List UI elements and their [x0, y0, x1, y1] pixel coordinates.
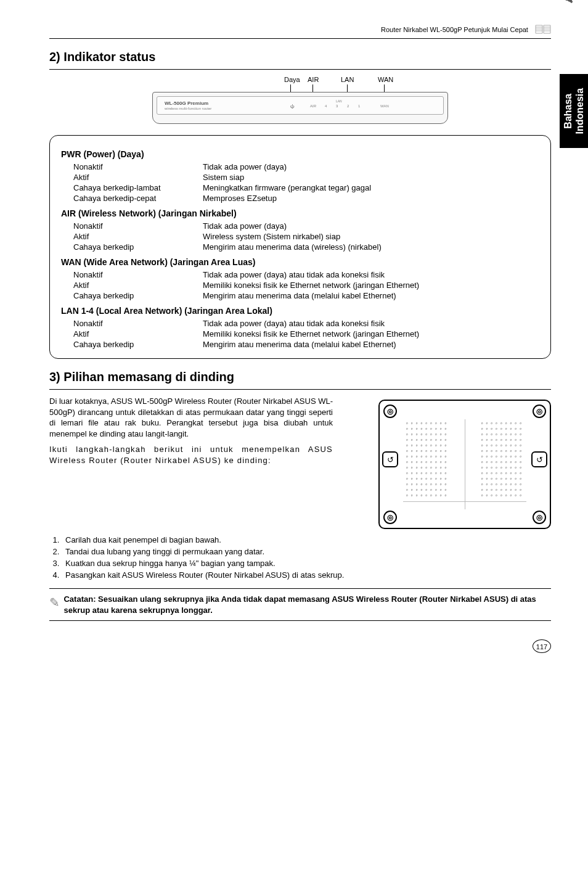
- group-wan-table: NonaktifTidak ada power (daya) atau tida…: [61, 269, 539, 301]
- wall-mount-diagram: 🔌 ◎ ◎ ◎ ◎ ↺ ↺ ∘∘∘∘∘∘∘∘∘∘∘∘∘∘∘∘∘∘∘∘∘∘∘∘∘∘…: [378, 400, 551, 529]
- note-text: Catatan: Sesuaikan ulang sekrupnya jika …: [63, 594, 551, 615]
- vent-grid: ∘∘∘∘∘∘∘∘∘∘∘∘∘∘∘∘∘∘∘∘∘∘∘∘∘∘∘∘∘∘∘∘∘∘∘∘∘∘∘∘…: [406, 421, 449, 498]
- screw-icon: ◎: [533, 511, 546, 524]
- group-pwr-heading: PWR (Power) (Daya): [61, 149, 539, 159]
- group-air-heading: AIR (Wireless Network) (Jaringan Nirkabe…: [61, 208, 539, 218]
- led-wan-label: WAN: [380, 104, 389, 108]
- hook-icon: ↺: [531, 451, 547, 467]
- section-2-title: 2) Indikator status: [49, 50, 551, 64]
- side-tab-line1: Bahasa: [563, 94, 573, 129]
- led-air-label: AIR: [310, 104, 316, 108]
- section-3-para-1: Di luar kotaknya, ASUS WL-500gP Wireless…: [49, 396, 333, 439]
- list-item: Tandai dua lubang yang tinggi di permuka…: [62, 547, 551, 556]
- label-daya: Daya: [284, 76, 300, 83]
- list-item: Pasangkan kait ASUS Wireless Router (Rou…: [62, 570, 551, 580]
- group-lan-table: NonaktifTidak ada power (daya) atau tida…: [61, 318, 539, 350]
- cable-icon: 🔌: [560, 0, 573, 4]
- hook-icon: ↺: [382, 451, 398, 467]
- table-row: Cahaya berkedipMengirim atau menerima da…: [61, 339, 539, 350]
- section-3-para-2: Ikuti langkah-langkah berikut ini untuk …: [49, 444, 333, 466]
- label-wan: WAN: [378, 76, 393, 83]
- table-row: Cahaya berkedipMengirim atau menerima da…: [61, 242, 539, 252]
- table-row: AktifMemiliki koneksi fisik ke Ethernet …: [61, 329, 539, 339]
- status-indicator-box: PWR (Power) (Daya) NonaktifTidak ada pow…: [49, 135, 551, 359]
- list-item: Carilah dua kait penempel di bagian bawa…: [62, 535, 551, 544]
- screw-icon: ◎: [383, 511, 397, 524]
- table-row: NonaktifTidak ada power (daya) atau tida…: [61, 318, 539, 329]
- wall-mount-steps: Carilah dua kait penempel di bagian bawa…: [62, 535, 551, 580]
- screw-icon: ◎: [383, 405, 397, 418]
- device-sub: wireless multi-function router: [165, 107, 211, 110]
- table-row: Cahaya berkedip-cepatMemproses EZsetup: [61, 193, 539, 203]
- table-row: Cahaya berkedip-lambatMeningkatkan firmw…: [61, 183, 539, 193]
- list-item: Kuatkan dua sekrup hingga hanya ¼" bagia…: [62, 559, 551, 568]
- table-row: Cahaya berkedipMengirim atau menerima da…: [61, 290, 539, 301]
- group-air-table: NonaktifTidak ada power (daya) AktifWire…: [61, 221, 539, 252]
- table-row: NonaktifTidak ada power (daya): [61, 162, 539, 172]
- pencil-icon: ✎: [49, 594, 63, 615]
- table-row: NonaktifTidak ada power (daya) atau tida…: [61, 269, 539, 280]
- group-wan-heading: WAN (Wide Area Network) (Jaringan Area L…: [61, 257, 539, 267]
- group-pwr-table: NonaktifTidak ada power (daya) AktifSist…: [61, 162, 539, 203]
- section-3-title: 3) Pilihan memasang di dinding: [49, 370, 551, 384]
- led-power-icon: ⏻: [290, 104, 295, 109]
- table-row: AktifMemiliki koneksi fisik ke Ethernet …: [61, 280, 539, 290]
- page-header: Router Nirkabel WL-500gP Petunjuk Mulai …: [49, 25, 551, 39]
- language-side-tab: Bahasa Indonesia: [560, 74, 588, 148]
- book-icon: [535, 25, 551, 36]
- table-row: AktifWireless system (Sistem nirkabel) s…: [61, 231, 539, 242]
- device-diagram: Daya AIR LAN WAN WL-500G Premium wireles…: [49, 76, 551, 124]
- label-lan: LAN: [341, 76, 354, 83]
- header-text: Router Nirkabel WL-500gP Petunjuk Mulai …: [381, 26, 528, 33]
- note-box: ✎ Catatan: Sesuaikan ulang sekrupnya jik…: [49, 588, 551, 621]
- page-number: 117: [533, 639, 551, 653]
- vent-grid: ∘∘∘∘∘∘∘∘∘∘∘∘∘∘∘∘∘∘∘∘∘∘∘∘∘∘∘∘∘∘∘∘∘∘∘∘∘∘∘∘…: [481, 421, 524, 498]
- screw-icon: ◎: [533, 405, 546, 418]
- device-name: WL-500G Premium: [165, 101, 208, 106]
- page-footer: 117: [49, 639, 551, 653]
- side-tab-line2: Indonesia: [574, 88, 585, 134]
- group-lan-heading: LAN 1-4 (Local Area Network) (Jaringan A…: [61, 306, 539, 316]
- table-row: NonaktifTidak ada power (daya): [61, 221, 539, 231]
- table-row: AktifSistem siap: [61, 172, 539, 183]
- label-air: AIR: [308, 76, 319, 83]
